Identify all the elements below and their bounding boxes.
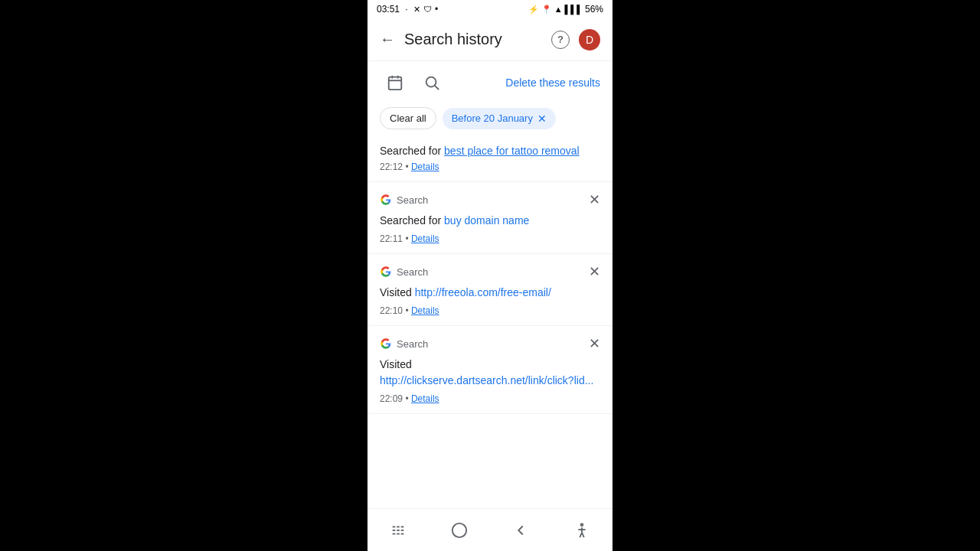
source-label: Search — [397, 194, 428, 206]
battery-display: 56% — [585, 4, 603, 15]
history-link[interactable]: best place for tattoo removal — [444, 145, 580, 157]
accessibility-icon — [573, 522, 590, 539]
shield-icon: 🛡 — [423, 5, 432, 14]
list-item: Search ✕ Visited http://clickserve.darts… — [368, 326, 612, 414]
meta-separator: • — [405, 305, 411, 316]
calendar-icon-button[interactable] — [380, 67, 410, 98]
google-logo — [380, 266, 392, 278]
svg-point-15 — [452, 523, 466, 536]
menu-icon — [390, 522, 407, 539]
history-source: Search — [380, 194, 428, 206]
history-description: Searched for buy domain name — [380, 213, 600, 229]
status-bar: 03:51 · ✕ 🛡 • ⚡ 📍 ▲ ▌▌▌ 56% — [368, 0, 612, 18]
source-label: Search — [397, 266, 428, 278]
back-icon — [512, 522, 529, 539]
time-display: 03:51 — [377, 4, 400, 15]
help-button[interactable]: ? — [551, 31, 570, 49]
svg-line-20 — [582, 532, 584, 536]
list-item: Searched for best place for tattoo remov… — [368, 135, 612, 182]
header-icons: ? D — [551, 29, 600, 51]
page-title: Search history — [404, 31, 542, 48]
dot-indicator: • — [435, 4, 438, 15]
search-icon-button[interactable] — [416, 67, 447, 98]
remove-item-icon[interactable]: ✕ — [589, 263, 600, 280]
home-icon — [451, 522, 468, 539]
list-item: Search ✕ Searched for buy domain name 22… — [368, 182, 612, 254]
remove-item-icon[interactable]: ✕ — [589, 335, 600, 352]
back-button[interactable]: ← — [380, 31, 395, 48]
svg-point-4 — [426, 77, 436, 87]
details-link[interactable]: Details — [411, 305, 439, 316]
google-logo — [380, 337, 392, 350]
history-time: 22:12 — [380, 161, 403, 172]
description-prefix: Searched for — [380, 214, 444, 227]
avatar[interactable]: D — [579, 29, 600, 51]
remove-filter-icon[interactable]: ✕ — [537, 112, 547, 125]
search-icon — [423, 74, 440, 91]
history-link[interactable]: http://clickserve.dartsearch.net/link/cl… — [380, 374, 593, 386]
history-source: Search — [380, 266, 428, 278]
svg-point-16 — [581, 523, 583, 526]
details-link[interactable]: Details — [411, 233, 439, 244]
signal-icon: ▌▌▌ — [565, 5, 583, 14]
menu-nav-button[interactable] — [380, 512, 416, 549]
x-icon: ✕ — [413, 5, 420, 15]
history-description: Searched for best place for tattoo remov… — [380, 145, 600, 157]
status-right: ⚡ 📍 ▲ ▌▌▌ 56% — [528, 4, 603, 15]
history-meta: 22:10 • Details — [380, 305, 600, 316]
svg-rect-0 — [389, 77, 402, 90]
meta-separator: • — [405, 161, 411, 172]
history-item-header: Search ✕ — [380, 191, 600, 208]
meta-separator: • — [405, 233, 411, 244]
meta-separator: • — [405, 393, 411, 404]
history-meta: 22:09 • Details — [380, 393, 600, 404]
clear-all-label: Clear all — [390, 112, 426, 124]
calendar-icon — [387, 74, 403, 91]
location-icon: 📍 — [541, 5, 552, 15]
scroll-content: Searched for best place for tattoo remov… — [368, 135, 612, 508]
home-nav-button[interactable] — [441, 512, 478, 549]
delete-results-button[interactable]: Delete these results — [505, 77, 600, 89]
history-time: 22:09 — [380, 393, 403, 404]
description-prefix: Visited — [380, 358, 412, 370]
nav-bar — [368, 508, 612, 551]
wifi-icon: ▲ — [554, 5, 563, 14]
status-left: 03:51 · ✕ 🛡 • — [377, 4, 438, 15]
list-item: Search ✕ Visited http://freeola.com/free… — [368, 254, 612, 326]
google-logo — [380, 194, 392, 206]
header: ← Search history ? D — [368, 18, 612, 61]
clear-all-chip[interactable]: Clear all — [380, 107, 436, 129]
date-filter-label: Before 20 January — [452, 112, 533, 124]
history-meta: 22:11 • Details — [380, 233, 600, 244]
history-meta: 22:12 • Details — [380, 161, 600, 172]
phone-container: 03:51 · ✕ 🛡 • ⚡ 📍 ▲ ▌▌▌ 56% ← Search his… — [368, 0, 612, 551]
history-description: Visited http://clickserve.dartsearch.net… — [380, 357, 600, 389]
description-prefix: Visited — [380, 286, 415, 298]
back-nav-button[interactable] — [502, 512, 539, 549]
details-link[interactable]: Details — [411, 161, 439, 172]
remove-item-icon[interactable]: ✕ — [589, 191, 600, 208]
history-time: 22:11 — [380, 233, 403, 244]
bluetooth-icon: ⚡ — [528, 5, 539, 15]
history-item-header: Search ✕ — [380, 263, 600, 280]
history-source: Search — [380, 337, 428, 350]
details-link[interactable]: Details — [411, 393, 439, 404]
source-label: Search — [397, 338, 428, 350]
history-description: Visited http://freeola.com/free-email/ — [380, 285, 600, 301]
toolbar: Delete these results — [368, 61, 612, 104]
description-prefix: Searched for — [380, 145, 444, 157]
filter-bar: Clear all Before 20 January ✕ — [368, 104, 612, 135]
history-item-header: Search ✕ — [380, 335, 600, 352]
history-time: 22:10 — [380, 305, 403, 316]
history-link[interactable]: buy domain name — [444, 214, 529, 227]
history-link[interactable]: http://freeola.com/free-email/ — [415, 286, 551, 298]
svg-line-5 — [435, 86, 439, 90]
date-filter-chip[interactable]: Before 20 January ✕ — [443, 108, 556, 129]
accessibility-nav-button[interactable] — [564, 512, 600, 549]
